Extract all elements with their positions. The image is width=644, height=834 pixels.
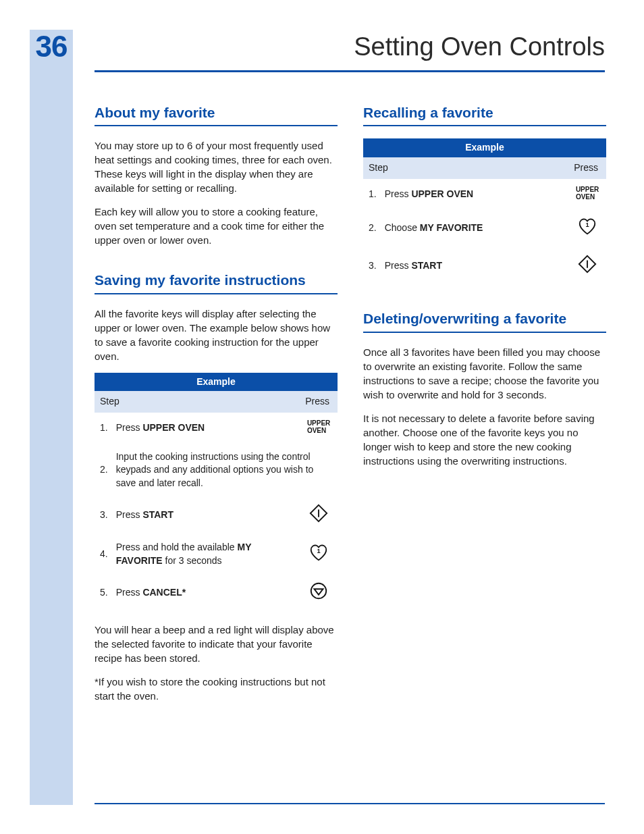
saving-example-table: Example Step Press 1. Press UPPER OVEN U… (95, 373, 338, 612)
col-step: Step (95, 391, 300, 413)
table-row: 3. Press START (95, 496, 338, 534)
svg-text:1: 1 (585, 221, 589, 228)
table-row: 5. Press CANCEL* (95, 574, 338, 612)
page-title: Setting Oven Controls (354, 32, 605, 61)
upper-oven-icon: UPPEROVEN (576, 186, 599, 201)
table-row: 2. Choose MY FAVORITE 1 (363, 209, 606, 247)
page-number: 36 (30, 30, 73, 63)
favorite-heart-icon: 1 (577, 216, 597, 236)
heading-recalling-favorite: Recalling a favorite (363, 103, 606, 126)
heading-saving-favorite: Saving my favorite instructions (95, 270, 338, 294)
saving-intro: All the favorite keys will display after… (95, 307, 338, 363)
upper-oven-icon: UPPEROVEN (307, 419, 330, 434)
table-title: Example (95, 373, 338, 392)
svg-point-2 (311, 583, 327, 599)
recall-example-table: Example Step Press 1. Press UPPER OVEN U… (363, 138, 606, 284)
col-press: Press (568, 157, 606, 179)
about-paragraph-2: Each key will allow you to store a cooki… (95, 205, 338, 247)
bottom-rule (95, 803, 605, 804)
top-rule (95, 70, 605, 72)
table-row: 1. Press UPPER OVEN UPPEROVEN (363, 179, 606, 210)
table-row: 1. Press UPPER OVEN UPPEROVEN (95, 413, 338, 444)
heading-deleting-favorite: Deleting/overwriting a favorite (363, 309, 606, 332)
saving-after-1: You will hear a beep and a red light wil… (95, 623, 338, 665)
heading-about-favorite: About my favorite (95, 103, 338, 126)
svg-text:1: 1 (317, 548, 320, 554)
table-row: 4. Press and hold the available MY FAVOR… (95, 534, 338, 574)
table-row: 2. Input the cooking instructions using … (95, 444, 338, 497)
page-sidebar (30, 30, 73, 805)
saving-after-2: *If you wish to store the cooking instru… (95, 675, 338, 703)
delete-paragraph-1: Once all 3 favorites have been filled yo… (363, 345, 606, 402)
content-body: About my favorite You may store up to 6 … (95, 103, 608, 712)
about-paragraph-1: You may store up to 6 of your most frequ… (95, 138, 338, 195)
col-step: Step (363, 157, 568, 179)
table-title: Example (363, 138, 606, 157)
cancel-icon (308, 581, 329, 601)
start-icon (308, 503, 329, 523)
table-row: 3. Press START (363, 247, 606, 285)
delete-paragraph-2: It is not necessary to delete a favorite… (363, 411, 606, 468)
right-column: Recalling a favorite Example Step Press … (363, 103, 606, 712)
left-column: About my favorite You may store up to 6 … (95, 103, 338, 712)
favorite-heart-icon: 1 (308, 542, 329, 563)
col-press: Press (300, 391, 338, 413)
start-icon (577, 254, 597, 274)
